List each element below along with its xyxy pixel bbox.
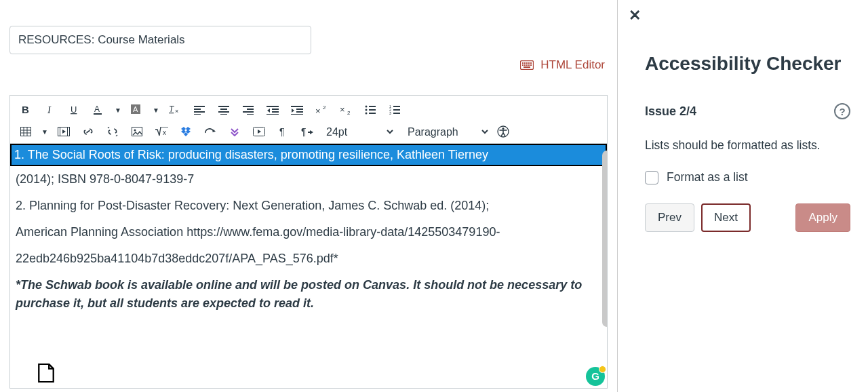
- svg-text:1: 1: [389, 105, 391, 109]
- redo-button[interactable]: [199, 121, 222, 142]
- svg-rect-64: [58, 128, 70, 136]
- editor-content[interactable]: 1. The Social Roots of Risk: producing d…: [9, 143, 608, 389]
- text-color-dropdown[interactable]: ▼: [112, 100, 124, 120]
- rtl-button[interactable]: ¶: [296, 121, 319, 142]
- italic-button[interactable]: I: [39, 100, 62, 120]
- svg-text:T: T: [169, 104, 175, 114]
- bullet-list-button[interactable]: [359, 100, 382, 120]
- svg-text:¶: ¶: [279, 126, 285, 137]
- bold-button[interactable]: B: [14, 100, 37, 120]
- outdent-button[interactable]: [261, 100, 284, 120]
- svg-point-85: [502, 128, 505, 130]
- svg-rect-0: [521, 61, 534, 70]
- svg-rect-4: [528, 62, 530, 64]
- svg-text:I: I: [47, 104, 52, 115]
- svg-marker-76: [186, 130, 191, 134]
- svg-point-84: [498, 126, 509, 137]
- subscript-button[interactable]: ×2: [334, 100, 357, 120]
- bg-color-dropdown[interactable]: ▼: [150, 100, 162, 120]
- numbered-list-button[interactable]: 123: [383, 100, 406, 120]
- svg-marker-73: [181, 127, 186, 131]
- svg-rect-11: [524, 66, 530, 68]
- svg-rect-79: [254, 128, 265, 136]
- svg-text:2: 2: [347, 110, 351, 115]
- font-size-select[interactable]: 24pt: [321, 121, 395, 142]
- dropbox-button[interactable]: [174, 121, 197, 142]
- next-button[interactable]: Next: [701, 203, 751, 232]
- svg-point-49: [366, 109, 368, 111]
- align-right-button[interactable]: [237, 100, 260, 120]
- prev-button[interactable]: Prev: [645, 203, 694, 232]
- text-line: 2. Planning for Post-Disaster Recovery: …: [10, 193, 607, 219]
- svg-rect-66: [68, 128, 70, 136]
- issue-counter: Issue 2/4: [645, 104, 696, 119]
- svg-text:2: 2: [323, 105, 326, 111]
- clear-format-button[interactable]: T×: [163, 100, 186, 120]
- close-button[interactable]: ✕: [629, 7, 641, 24]
- equation-button[interactable]: x: [150, 121, 173, 142]
- align-left-button[interactable]: [188, 100, 211, 120]
- unlink-button[interactable]: [101, 121, 124, 142]
- table-dropdown[interactable]: ▼: [39, 121, 51, 142]
- document-icon: [28, 364, 64, 388]
- superscript-button[interactable]: ×2: [310, 100, 333, 120]
- svg-rect-6: [522, 64, 524, 66]
- text-line: American Planning Association https://ww…: [10, 219, 607, 246]
- block-format-select[interactable]: Paragraph: [402, 121, 490, 142]
- image-button[interactable]: [125, 121, 149, 142]
- svg-text:A: A: [94, 104, 100, 114]
- svg-text:×: ×: [340, 105, 345, 115]
- svg-text:3: 3: [389, 111, 391, 115]
- text-note: *The Schwab book is available online and…: [10, 272, 607, 317]
- grammarly-icon[interactable]: G: [586, 367, 605, 386]
- align-center-button[interactable]: [212, 100, 235, 120]
- svg-text:2: 2: [389, 108, 391, 112]
- svg-rect-1: [522, 62, 524, 64]
- svg-point-71: [134, 130, 136, 132]
- svg-point-51: [366, 113, 368, 115]
- checkbox-label: Format as a list: [667, 170, 748, 184]
- bg-color-button[interactable]: A: [125, 100, 149, 120]
- svg-marker-80: [258, 130, 261, 134]
- svg-rect-2: [524, 62, 526, 64]
- link-button[interactable]: [77, 121, 100, 142]
- apply-button[interactable]: Apply: [795, 203, 850, 232]
- svg-text:×: ×: [175, 108, 178, 115]
- svg-rect-3: [526, 62, 528, 64]
- ltr-button[interactable]: ¶: [272, 121, 295, 142]
- svg-marker-78: [212, 130, 216, 132]
- format-as-list-option[interactable]: Format as a list: [645, 170, 850, 184]
- help-icon[interactable]: ?: [834, 103, 850, 119]
- svg-text:U: U: [71, 104, 77, 115]
- media-button[interactable]: [52, 121, 75, 142]
- svg-marker-83: [308, 130, 313, 134]
- svg-rect-17: [131, 104, 140, 114]
- svg-rect-16: [94, 113, 102, 115]
- expand-down-button[interactable]: [223, 121, 246, 142]
- svg-rect-70: [132, 128, 142, 136]
- indent-button[interactable]: [285, 100, 309, 120]
- issue-message: Lists should be formatted as lists.: [645, 138, 850, 153]
- svg-rect-59: [21, 128, 31, 136]
- svg-rect-65: [58, 128, 60, 136]
- html-editor-link[interactable]: HTML Editor: [520, 58, 605, 72]
- text-line: 22edb246b925ba41104b7d38eddc207f/APA_PAS…: [10, 246, 607, 272]
- svg-marker-77: [184, 132, 188, 136]
- svg-marker-67: [62, 130, 66, 134]
- svg-rect-10: [530, 64, 532, 66]
- text-color-button[interactable]: A: [87, 100, 111, 120]
- accessibility-checker-button[interactable]: [492, 121, 515, 142]
- svg-text:x: x: [163, 129, 166, 136]
- svg-text:B: B: [22, 104, 29, 115]
- video-play-button[interactable]: [248, 121, 271, 142]
- page-title-input[interactable]: [9, 26, 311, 54]
- editor-panel: HTML Editor B I U A ▼ A ▼ T× ×2 ×2 123 ▼: [0, 0, 617, 392]
- rte-toolbar: B I U A ▼ A ▼ T× ×2 ×2 123 ▼ x: [9, 95, 608, 143]
- underline-button[interactable]: U: [63, 100, 86, 120]
- svg-rect-5: [530, 62, 532, 64]
- text-line: (2014); ISBN 978-0-8047-9139-7: [10, 166, 607, 193]
- svg-rect-8: [526, 64, 528, 66]
- svg-point-47: [366, 106, 368, 108]
- scrollbar-thumb[interactable]: [602, 151, 608, 327]
- table-button[interactable]: [14, 121, 37, 142]
